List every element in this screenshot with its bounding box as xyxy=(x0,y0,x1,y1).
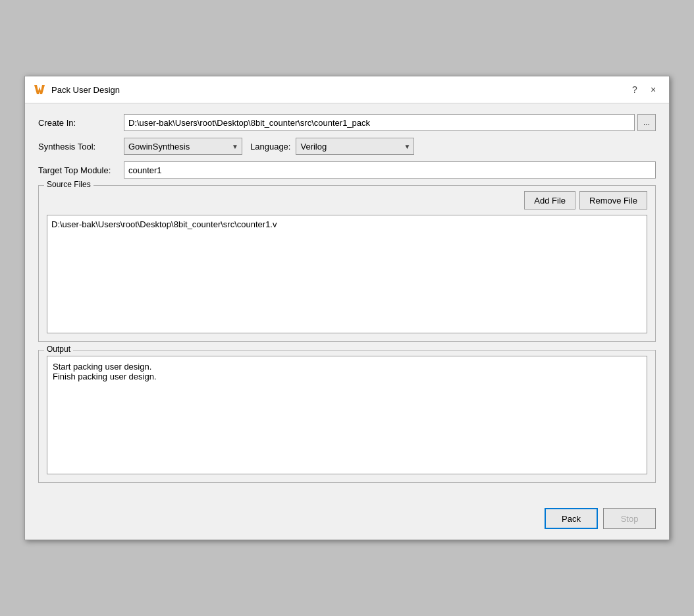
remove-file-button[interactable]: Remove File xyxy=(579,191,647,210)
title-bar-left: Pack User Design xyxy=(33,83,120,96)
source-files-title: Source Files xyxy=(44,180,93,189)
synthesis-tool-label: Synthesis Tool: xyxy=(38,142,124,152)
app-icon xyxy=(33,83,46,96)
create-in-input[interactable] xyxy=(124,114,635,131)
file-list-item: D:\user-bak\Users\root\Desktop\8bit_coun… xyxy=(51,219,277,229)
target-top-module-row: Target Top Module: xyxy=(38,161,656,179)
dialog-content: Create In: ... Synthesis Tool: GowinSynt… xyxy=(25,103,669,501)
output-box: Start packing user design. Finish packin… xyxy=(47,356,647,474)
file-list-box[interactable]: D:\user-bak\Users\root\Desktop\8bit_coun… xyxy=(47,215,647,333)
synthesis-tool-wrapper: GowinSynthesis Synplify Pro ▼ xyxy=(124,138,242,155)
svg-marker-0 xyxy=(34,85,45,94)
close-button[interactable]: × xyxy=(645,82,661,98)
language-wrapper: Verilog VHDL System Verilog ▼ xyxy=(296,138,414,155)
pack-button[interactable]: Pack xyxy=(545,508,598,529)
pack-user-design-dialog: Pack User Design ? × Create In: ... Synt… xyxy=(24,76,670,540)
help-button[interactable]: ? xyxy=(627,82,643,98)
language-label: Language: xyxy=(250,142,290,152)
dialog-title: Pack User Design xyxy=(51,85,120,95)
target-top-module-input[interactable] xyxy=(124,161,656,179)
stop-button[interactable]: Stop xyxy=(603,508,656,529)
source-files-section: Source Files Add File Remove File D:\use… xyxy=(38,185,656,342)
output-title: Output xyxy=(44,345,73,354)
title-bar-controls: ? × xyxy=(627,82,661,98)
dialog-footer: Pack Stop xyxy=(25,501,669,540)
output-section: Output Start packing user design. Finish… xyxy=(38,350,656,483)
browse-button[interactable]: ... xyxy=(637,114,656,131)
create-in-label: Create In: xyxy=(38,118,124,128)
synthesis-tool-row: Synthesis Tool: GowinSynthesis Synplify … xyxy=(38,138,656,155)
language-select[interactable]: Verilog VHDL System Verilog xyxy=(296,138,414,155)
target-top-module-label: Target Top Module: xyxy=(38,165,124,175)
synthesis-tool-select[interactable]: GowinSynthesis Synplify Pro xyxy=(124,138,242,155)
add-file-button[interactable]: Add File xyxy=(524,191,575,210)
title-bar: Pack User Design ? × xyxy=(25,76,669,103)
source-files-toolbar: Add File Remove File xyxy=(47,191,647,210)
create-in-row: Create In: ... xyxy=(38,114,656,131)
